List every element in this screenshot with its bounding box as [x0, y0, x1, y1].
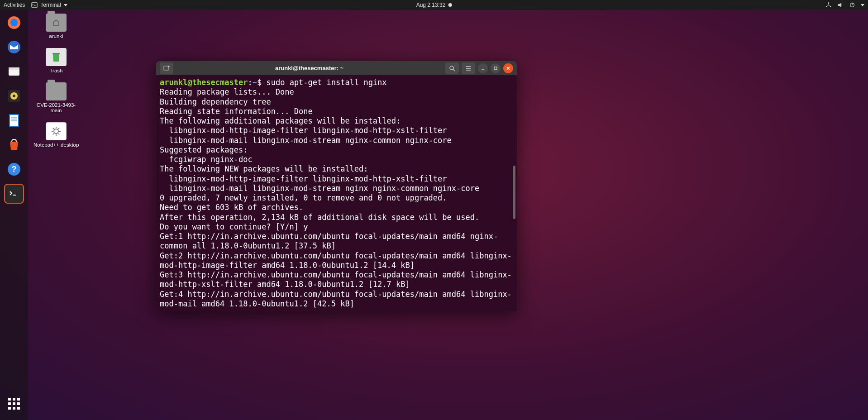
terminal-body[interactable]: arunkl@thesecmaster:~$ sudo apt-get inst… [156, 75, 517, 311]
grid-icon [8, 398, 20, 410]
desktop-home-folder[interactable]: arunkl [33, 14, 79, 39]
shopping-bag-icon [6, 137, 22, 153]
svg-rect-41 [494, 67, 497, 70]
new-tab-button[interactable] [160, 62, 173, 74]
prompt-path: ~ [253, 78, 257, 87]
svg-point-23 [54, 129, 58, 134]
terminal-window: arunkl@thesecmaster: ~ arunkl@thesecmast… [156, 61, 517, 311]
volume-icon [837, 2, 844, 8]
top-panel-left: Activities Terminal [4, 2, 67, 8]
desktop-cve-folder[interactable]: CVE-2021-3493-main [33, 82, 79, 113]
desktop-notepad-launcher[interactable]: Notepad++.desktop [33, 122, 79, 148]
hamburger-icon [465, 65, 472, 72]
system-status-area[interactable] [825, 2, 864, 8]
svg-rect-14 [10, 115, 19, 126]
svg-rect-32 [164, 66, 168, 70]
prompt-dollar: $ [257, 78, 262, 87]
files-icon [6, 64, 22, 79]
svg-point-35 [450, 66, 453, 70]
app-menu-button[interactable]: Terminal [31, 2, 67, 8]
dock-app-files[interactable] [4, 62, 24, 81]
svg-point-7 [10, 19, 18, 26]
prompt-colon: : [248, 78, 252, 87]
dock-app-firefox[interactable] [4, 13, 24, 33]
prompt-command: sudo apt-get install nginx [266, 78, 386, 87]
maximize-icon [493, 66, 498, 71]
minimize-icon [481, 66, 485, 71]
window-title: arunkl@thesecmaster: ~ [177, 65, 442, 72]
desktop-trash[interactable]: Trash [33, 48, 79, 73]
dock-app-help[interactable]: ? [4, 159, 24, 179]
close-icon [506, 66, 510, 71]
menu-button[interactable] [462, 62, 475, 74]
svg-rect-21 [8, 188, 20, 199]
clock-button[interactable]: Aug 2 13:32 [416, 2, 452, 8]
trash-icon [46, 48, 67, 66]
window-titlebar[interactable]: arunkl@thesecmaster: ~ [156, 61, 517, 75]
svg-point-13 [13, 95, 15, 97]
gear-icon [46, 122, 67, 140]
thunderbird-icon [6, 39, 22, 55]
desktop-icon-label: Notepad++.desktop [33, 142, 79, 148]
svg-line-28 [53, 128, 54, 129]
prompt-userhost: arunkl@thesecmaster [160, 78, 248, 87]
minimize-button[interactable] [478, 63, 488, 73]
new-tab-icon [163, 65, 170, 72]
search-icon [449, 65, 455, 72]
app-menu-label: Terminal [40, 2, 61, 8]
power-icon [849, 2, 855, 8]
svg-rect-22 [52, 53, 60, 54]
svg-line-30 [53, 134, 54, 134]
activities-button[interactable]: Activities [4, 2, 25, 8]
maximize-button[interactable] [491, 63, 501, 73]
document-icon [6, 113, 22, 128]
dock-app-terminal[interactable] [4, 184, 24, 204]
terminal-icon [31, 2, 38, 8]
network-icon [825, 2, 832, 8]
search-button[interactable] [445, 62, 459, 74]
svg-rect-10 [9, 67, 19, 70]
desktop-icon-label: CVE-2021-3493-main [37, 102, 76, 113]
chevron-down-icon [861, 4, 864, 6]
firefox-icon [6, 15, 22, 30]
dock-app-software[interactable] [4, 135, 24, 155]
svg-rect-0 [32, 3, 37, 8]
dock-app-rhythmbox[interactable] [4, 86, 24, 106]
terminal-scrollbar[interactable] [513, 166, 515, 219]
titlebar-right [445, 62, 513, 74]
svg-line-31 [58, 128, 59, 129]
close-button[interactable] [503, 63, 513, 73]
terminal-output: Reading package lists... Done Building d… [160, 87, 512, 308]
svg-line-29 [58, 134, 59, 134]
svg-point-8 [8, 41, 20, 53]
folder-icon [46, 14, 67, 32]
dock-app-libreoffice-writer[interactable] [4, 110, 24, 130]
folder-icon [46, 82, 67, 100]
dock-app-thunderbird[interactable] [4, 37, 24, 57]
terminal-icon [8, 188, 20, 199]
speaker-icon [6, 88, 22, 104]
show-applications-button[interactable] [4, 394, 24, 414]
desktop-icons: arunkl Trash CVE-2021-3493-main Notepad+… [33, 14, 83, 148]
chevron-down-icon [64, 4, 67, 6]
top-panel: Activities Terminal Aug 2 13:32 [0, 0, 868, 10]
svg-text:?: ? [12, 165, 17, 174]
svg-line-36 [453, 69, 455, 71]
desktop-icon-label: Trash [50, 68, 63, 73]
desktop-icon-label: arunkl [49, 33, 63, 39]
recording-indicator-icon [448, 3, 452, 7]
dock: ? [0, 10, 28, 420]
clock-text: Aug 2 13:32 [416, 2, 446, 8]
help-icon: ? [6, 162, 22, 177]
